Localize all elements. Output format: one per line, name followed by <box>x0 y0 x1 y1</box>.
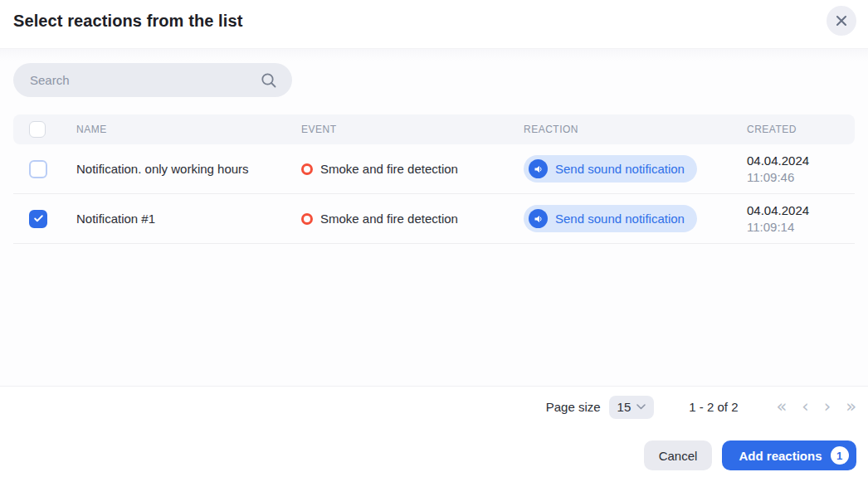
add-reactions-label: Add reactions <box>739 449 822 463</box>
created-time: 11:09:14 <box>747 219 855 236</box>
created-date: 04.04.2024 <box>747 202 855 219</box>
row-checkbox[interactable] <box>29 160 47 178</box>
column-header-name[interactable]: NAME <box>76 124 301 135</box>
reactions-table: NAME EVENT REACTION CREATED Notification… <box>13 114 855 244</box>
pager-controls: « ‹ › » <box>771 397 861 417</box>
next-page-button[interactable]: › <box>819 397 836 417</box>
select-reactions-modal: Select reactions from the list NAME EVEN… <box>0 0 868 477</box>
row-checkbox[interactable] <box>29 210 47 228</box>
column-header-event[interactable]: EVENT <box>301 124 524 135</box>
close-icon <box>836 15 847 27</box>
select-all-checkbox[interactable] <box>29 121 46 138</box>
reaction-badge: Send sound notification <box>524 205 697 232</box>
sound-notification-icon <box>529 159 548 178</box>
reaction-name: Notification #1 <box>76 212 301 226</box>
last-page-button[interactable]: » <box>841 397 861 417</box>
reaction-name: Notification. only working hours <box>76 162 301 176</box>
pagination-bar: Page size 15 1 - 2 of 2 « ‹ › » <box>0 387 868 427</box>
first-page-button[interactable]: « <box>771 397 792 417</box>
search-icon <box>261 72 277 89</box>
event-type-icon <box>301 163 313 175</box>
reaction-label: Send sound notification <box>555 212 685 226</box>
page-size-value: 15 <box>617 400 631 414</box>
created-time: 11:09:46 <box>747 169 855 186</box>
event-name: Smoke and fire detection <box>320 162 458 176</box>
prev-page-button[interactable]: ‹ <box>797 397 813 417</box>
column-header-reaction[interactable]: REACTION <box>524 124 747 135</box>
add-reactions-button[interactable]: Add reactions 1 <box>722 440 856 470</box>
modal-body: NAME EVENT REACTION CREATED Notification… <box>0 48 868 386</box>
pagination-range: 1 - 2 of 2 <box>689 400 738 414</box>
search-bar[interactable] <box>13 63 292 97</box>
page-size-select[interactable]: 15 <box>609 396 655 419</box>
page-size-label: Page size <box>546 400 601 414</box>
selected-count-badge: 1 <box>831 446 849 465</box>
reaction-badge: Send sound notification <box>524 155 697 183</box>
modal-header: Select reactions from the list <box>0 0 868 48</box>
reaction-label: Send sound notification <box>555 162 685 176</box>
table-header-row: NAME EVENT REACTION CREATED <box>13 114 855 144</box>
column-header-created[interactable]: CREATED <box>747 124 855 135</box>
cancel-button[interactable]: Cancel <box>644 440 712 470</box>
sound-notification-icon <box>529 209 548 228</box>
check-icon <box>33 213 44 224</box>
close-button[interactable] <box>827 6 856 36</box>
created-date: 04.04.2024 <box>747 153 855 169</box>
search-input[interactable] <box>30 73 261 87</box>
table-row[interactable]: Notification #1 Smoke and fire detection… <box>13 194 855 244</box>
modal-footer: Cancel Add reactions 1 <box>0 427 868 477</box>
event-type-icon <box>301 213 313 225</box>
event-name: Smoke and fire detection <box>320 212 458 226</box>
modal-title: Select reactions from the list <box>13 12 242 31</box>
table-row[interactable]: Notification. only working hours Smoke a… <box>13 144 855 194</box>
chevron-down-icon <box>636 404 646 410</box>
modal-bottom: Page size 15 1 - 2 of 2 « ‹ › » Cancel A… <box>0 386 868 477</box>
